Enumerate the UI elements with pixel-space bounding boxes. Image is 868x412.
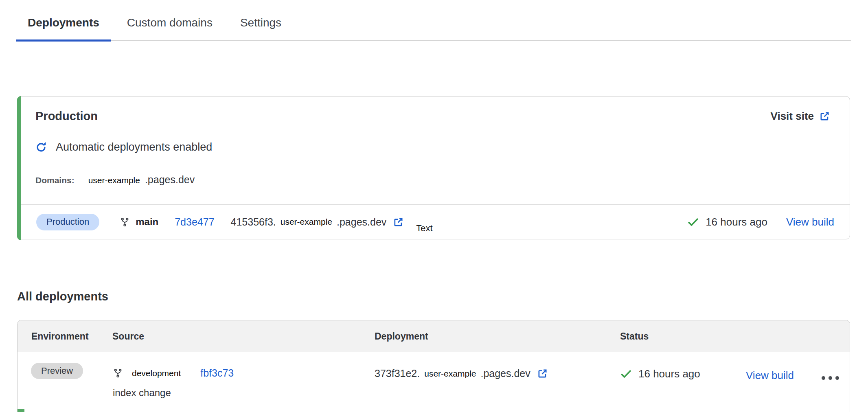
git-branch-icon <box>113 368 123 378</box>
table-row: Preview development fbf3c73 index change… <box>18 352 850 409</box>
deployment-url-hash: 415356f3. <box>231 216 276 228</box>
deployment-url-hash: 373f31e2. <box>375 368 420 379</box>
deployment-time: 16 hours ago <box>638 368 700 380</box>
commit-link[interactable]: 7d3e477 <box>175 216 214 228</box>
check-icon <box>620 368 632 380</box>
ellipsis-icon <box>835 376 839 380</box>
ellipsis-icon <box>829 376 832 380</box>
view-build-link[interactable]: View build <box>786 216 834 228</box>
ellipsis-icon <box>822 376 825 380</box>
production-deployment-row: Production main 7d3e477 415356f3. user-e… <box>21 204 850 239</box>
commit-message: index change <box>113 387 171 399</box>
tab-custom-domains[interactable]: Custom domains <box>116 16 224 42</box>
production-card: Production Visit site Automatic deployme… <box>17 96 850 239</box>
table-header-row: Environment Source Deployment Status <box>18 320 850 352</box>
commit-link[interactable]: fbf3c73 <box>200 367 234 379</box>
domains-row: Domains: user-example .pages.dev <box>35 174 850 186</box>
deployment-status: 16 hours ago <box>687 216 767 228</box>
branch-name: main <box>136 216 158 228</box>
visit-site-link[interactable]: Visit site <box>771 110 830 123</box>
all-deployments-heading: All deployments <box>17 290 108 303</box>
deployment-url-suffix: .pages.dev <box>337 216 386 228</box>
visit-site-label: Visit site <box>771 110 814 123</box>
deployment-url-suffix: .pages.dev <box>480 368 530 379</box>
environment-badge-production: Production <box>36 214 99 230</box>
deployment-url-project: user-example <box>424 369 476 379</box>
tab-deployments[interactable]: Deployments <box>16 16 111 42</box>
column-header-deployment: Deployment <box>375 331 428 342</box>
deployment-url-link[interactable]: 415356f3. user-example .pages.dev <box>231 216 404 228</box>
deployment-url-project: user-example <box>281 217 332 227</box>
environment-badge-preview: Preview <box>31 363 83 379</box>
deployment-time: 16 hours ago <box>706 216 767 228</box>
deployment-note-text: Text <box>416 223 432 234</box>
domain-suffix: .pages.dev <box>145 174 195 186</box>
refresh-icon <box>35 142 47 153</box>
column-header-status: Status <box>620 331 649 342</box>
source-cell: development fbf3c73 <box>113 367 234 379</box>
deployments-table: Environment Source Deployment Status Pre… <box>17 320 850 412</box>
deployment-status: 16 hours ago <box>620 368 700 380</box>
row-menu-button[interactable] <box>821 374 840 382</box>
tab-bar: Deployments Custom domains Settings <box>16 0 851 41</box>
branch-group: main <box>120 216 158 228</box>
production-accent-bar <box>17 96 21 240</box>
external-link-icon <box>819 111 830 122</box>
domain-project-name: user-example <box>88 175 140 185</box>
column-header-environment: Environment <box>31 331 89 342</box>
column-header-source: Source <box>112 331 144 342</box>
auto-deployments-row: Automatic deployments enabled <box>35 141 850 153</box>
auto-deployments-text: Automatic deployments enabled <box>56 141 212 153</box>
tab-settings[interactable]: Settings <box>229 16 293 42</box>
production-card-header: Production Visit site <box>18 96 850 123</box>
domains-label: Domains: <box>35 175 75 185</box>
deployment-url-link[interactable]: 373f31e2. user-example .pages.dev <box>375 368 548 379</box>
external-link-icon <box>393 217 404 228</box>
branch-name: development <box>132 368 181 378</box>
next-row-green-indicator <box>18 409 24 412</box>
environment-cell: Preview <box>31 366 83 376</box>
view-build-link[interactable]: View build <box>746 369 794 382</box>
check-icon <box>687 216 699 228</box>
git-branch-icon <box>120 217 130 227</box>
production-card-title: Production <box>35 110 98 123</box>
external-link-icon <box>537 368 548 379</box>
